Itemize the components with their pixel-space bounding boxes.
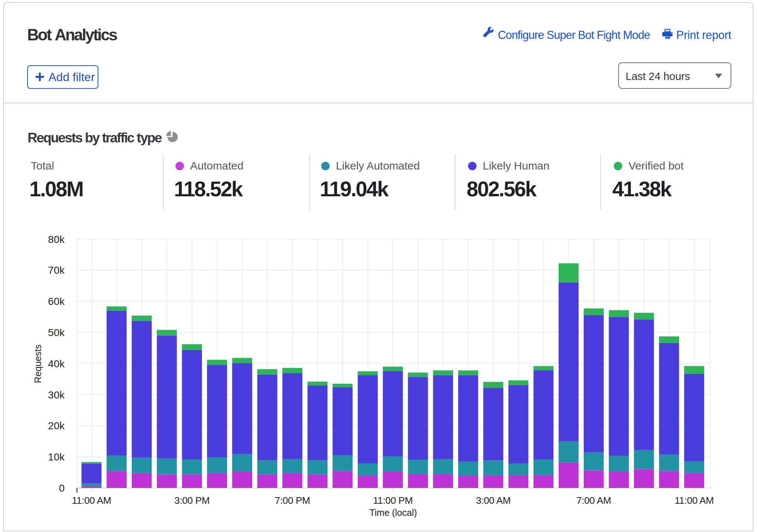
svg-text:60k: 60k	[48, 296, 65, 307]
svg-text:7:00 AM: 7:00 AM	[576, 495, 611, 506]
svg-text:11:00 AM: 11:00 AM	[674, 495, 714, 506]
svg-text:80k: 80k	[48, 234, 65, 245]
svg-text:11:00 AM: 11:00 AM	[72, 495, 111, 506]
svg-text:3:00 PM: 3:00 PM	[174, 495, 210, 506]
svg-text:20k: 20k	[48, 420, 65, 431]
svg-text:50k: 50k	[48, 327, 65, 338]
svg-text:11:00 PM: 11:00 PM	[373, 495, 413, 506]
svg-text:30k: 30k	[48, 389, 65, 401]
svg-text:0: 0	[59, 482, 65, 494]
svg-text:10k: 10k	[48, 451, 65, 463]
svg-text:Requests: Requests	[33, 345, 43, 383]
svg-text:40k: 40k	[48, 358, 65, 369]
svg-text:7:00 PM: 7:00 PM	[275, 495, 310, 506]
svg-text:70k: 70k	[48, 265, 65, 276]
svg-text:3:00 AM: 3:00 AM	[476, 495, 510, 506]
svg-text:Time (local): Time (local)	[369, 507, 417, 518]
